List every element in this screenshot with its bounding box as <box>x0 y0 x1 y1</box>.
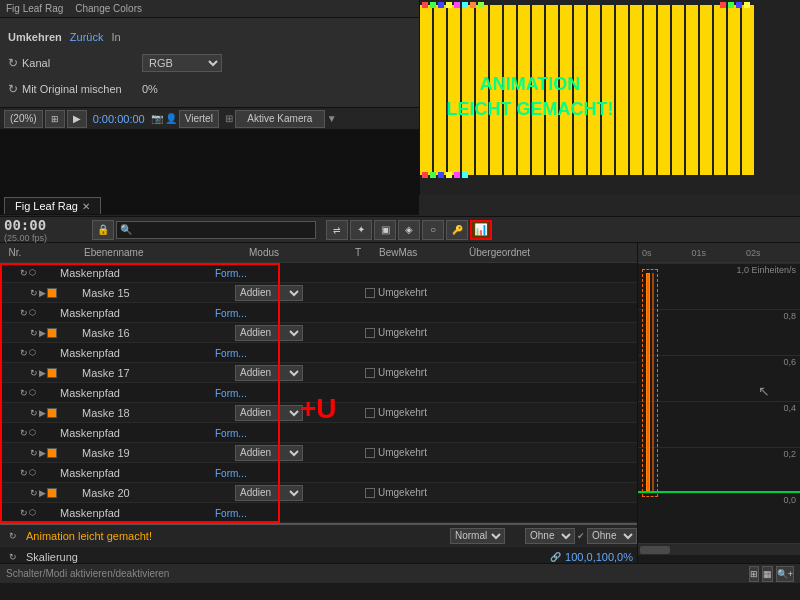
mode-dropdown[interactable]: Addien <box>235 485 303 501</box>
table-row[interactable]: ↻ ⬡ Maskenpfad Form... <box>0 383 637 403</box>
bottom-rows: ↻ Animation leicht gemacht! Normal Ohne … <box>0 523 637 563</box>
umgekehrt-checkbox[interactable] <box>365 328 375 338</box>
cycle-icon: ↻ <box>20 308 28 318</box>
umgekehrt-checkbox[interactable] <box>365 408 375 418</box>
switches-btn[interactable]: ⊞ <box>749 566 759 582</box>
tab-fig-leaf-rag[interactable]: Fig Leaf Rag ✕ <box>4 197 101 214</box>
color-box <box>47 328 57 338</box>
lock-btn[interactable]: 🔒 <box>92 220 114 240</box>
timecode-display[interactable]: 00:00 <box>4 217 84 233</box>
mischen-value[interactable]: 0% <box>142 83 158 95</box>
graph-icon[interactable]: 📊 <box>470 220 492 240</box>
tab-close-icon[interactable]: ✕ <box>82 201 90 212</box>
mask-name: Maske 18 <box>80 407 235 419</box>
mode-dropdown[interactable]: Addien <box>235 365 303 381</box>
timeline-toolbar: 00:00 (25.00 fps) 🔒 🔍 ⇌ ✦ ▣ ◈ ○ 🔑 📊 <box>0 217 800 243</box>
form-link[interactable]: Form... <box>215 428 247 439</box>
link-icon: 🔗 <box>550 552 561 562</box>
graph-label-4: 0,2 <box>783 449 796 459</box>
table-row[interactable]: ↻ ▶ Maske 17 Addien Umgekehrt <box>0 363 637 383</box>
camera-view-btn[interactable]: Aktive Kamera <box>235 110 325 128</box>
triangle-icon[interactable]: ▶ <box>39 288 46 298</box>
table-row[interactable]: ↻ ⬡ Maskenpfad Form... <box>0 303 637 323</box>
transfer-icon[interactable]: ⇌ <box>326 220 348 240</box>
graph-label-3: 0,4 <box>783 403 796 413</box>
triangle-icon[interactable]: ▶ <box>39 488 46 498</box>
timecode[interactable]: 0:00:00:00 <box>93 113 145 125</box>
normal-mode-dropdown-1[interactable]: Normal <box>450 528 505 544</box>
table-row[interactable]: ↻ ⬡ Maskenpfad Form... <box>0 503 637 523</box>
quality-btn[interactable]: Viertel <box>179 110 219 128</box>
fit-btn[interactable]: ▶ <box>67 110 87 128</box>
umgekehrt-checkbox[interactable] <box>365 488 375 498</box>
person-icon: 👤 <box>165 113 177 124</box>
table-row[interactable]: ↻ ▶ Maske 15 Addien Umgekehrt <box>0 283 637 303</box>
form-link[interactable]: Form... <box>215 508 247 519</box>
mode-dropdown[interactable]: Addien <box>235 285 303 301</box>
comp-name[interactable]: Fig Leaf Rag <box>6 3 63 14</box>
skalierung-value[interactable]: 100,0,100,0% <box>565 551 633 563</box>
change-colors[interactable]: Change Colors <box>75 3 142 14</box>
effect-title: Umkehren <box>8 31 62 43</box>
mask-icon: ⬡ <box>29 508 36 517</box>
svg-rect-24 <box>742 5 754 175</box>
layer-name: Maskenpfad <box>60 387 215 399</box>
umgekehrt-checkbox[interactable] <box>365 288 375 298</box>
svg-rect-31 <box>470 2 476 8</box>
form-link[interactable]: Form... <box>215 268 247 279</box>
mask-name: Maske 16 <box>80 327 235 339</box>
layer-name: Maskenpfad <box>60 307 215 319</box>
star-icon[interactable]: ✦ <box>350 220 372 240</box>
mask-icon: ⬡ <box>29 308 36 317</box>
triangle-icon[interactable]: ▶ <box>39 448 46 458</box>
table-row[interactable]: ↻ ▶ Maske 20 Addien Umgekehrt <box>0 483 637 503</box>
table-row[interactable]: ↻ ⬡ Maskenpfad Form... <box>0 343 637 363</box>
cycle-icon: ↻ <box>30 328 38 338</box>
table-row[interactable]: ↻ ⬡ Maskenpfad Form... <box>0 423 637 443</box>
mode-dropdown[interactable]: Addien <box>235 325 303 341</box>
status-text: Schalter/Modi aktivieren/deaktivieren <box>6 568 749 579</box>
svg-rect-19 <box>672 5 684 175</box>
mode-dropdown[interactable]: Addien <box>235 405 303 421</box>
table-row[interactable]: ↻ Animation leicht gemacht! Normal Ohne … <box>0 525 637 547</box>
modes-btn[interactable]: ▦ <box>762 566 773 582</box>
grid-line-4 <box>638 447 800 448</box>
ohne-dropdown-2[interactable]: Ohne <box>587 528 637 544</box>
ohne-dropdown-1[interactable]: Ohne <box>525 528 575 544</box>
table-row[interactable]: ↻ ▶ Maske 18 Addien Umgekehrt <box>0 403 637 423</box>
col-header-mode: Modus <box>245 247 355 258</box>
form-link[interactable]: Form... <box>215 308 247 319</box>
search-input[interactable] <box>116 221 316 239</box>
table-row[interactable]: ↻ Skalierung 🔗 100,0,100,0% <box>0 547 637 563</box>
layer-panel: +U Nr. Ebenenname Modus T BewMas Übergeo… <box>0 243 638 563</box>
zoom-select[interactable]: (20%) <box>4 110 43 128</box>
form-link[interactable]: Form... <box>215 468 247 479</box>
mask-name: Maske 19 <box>80 447 235 459</box>
key-icon[interactable]: 🔑 <box>446 220 468 240</box>
umgekehrt-checkbox[interactable] <box>365 368 375 378</box>
h-scrollbar[interactable] <box>638 543 800 555</box>
triangle-icon[interactable]: ▶ <box>39 368 46 378</box>
triangle-icon[interactable]: ▶ <box>39 408 46 418</box>
scrollbar-thumb[interactable] <box>640 546 670 554</box>
svg-rect-39 <box>438 172 444 178</box>
umgekehrt-label: Umgekehrt <box>378 487 427 498</box>
mode-dropdown[interactable]: Addien <box>235 445 303 461</box>
table-row[interactable]: ↻ ⬡ Maskenpfad Form... <box>0 463 637 483</box>
umgekehrt-checkbox[interactable] <box>365 448 375 458</box>
kanal-dropdown[interactable]: RGB Rot Grün Blau Alpha <box>142 54 222 72</box>
table-row[interactable]: ↻ ▶ Maske 16 Addien Umgekehrt <box>0 323 637 343</box>
svg-rect-22 <box>714 5 726 175</box>
form-link[interactable]: Form... <box>215 388 247 399</box>
diamond-icon[interactable]: ◈ <box>398 220 420 240</box>
table-row[interactable]: ↻ ⬡ Maskenpfad Form... <box>0 263 637 283</box>
dashed-outline <box>642 269 658 497</box>
resolution-btn[interactable]: ⊞ <box>45 110 65 128</box>
zoom-in-btn[interactable]: 🔍+ <box>776 566 794 582</box>
circle-icon[interactable]: ○ <box>422 220 444 240</box>
table-row[interactable]: ↻ ▶ Maske 19 Addien Umgekehrt <box>0 443 637 463</box>
rect-icon[interactable]: ▣ <box>374 220 396 240</box>
back-link[interactable]: Zurück <box>70 31 104 43</box>
form-link[interactable]: Form... <box>215 348 247 359</box>
triangle-icon[interactable]: ▶ <box>39 328 46 338</box>
